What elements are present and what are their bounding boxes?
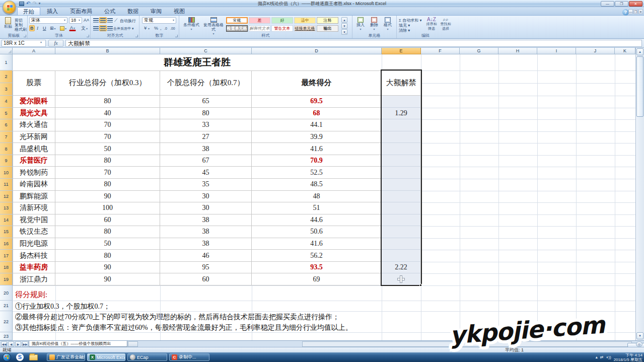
percent-icon[interactable]: % [153, 25, 159, 31]
cell-style-chip[interactable]: 警告文本 [271, 25, 293, 32]
table-cell[interactable]: 56.2 [252, 250, 382, 262]
increase-decimal-icon[interactable]: .0 [163, 25, 168, 31]
table-cell[interactable]: 1.29 [382, 108, 421, 120]
row-header-8[interactable]: 8 [0, 143, 13, 155]
table-cell[interactable]: 30 [160, 202, 252, 214]
table-cell[interactable]: 38 [160, 238, 252, 250]
table-cell[interactable] [382, 226, 421, 238]
corner-button-icon[interactable]: ◎ [636, 341, 642, 347]
vertical-scroll-thumb[interactable] [636, 56, 643, 117]
table-cell[interactable]: 35 [160, 179, 252, 191]
table-cell[interactable]: 80 [55, 96, 160, 108]
select-all-corner[interactable] [0, 48, 13, 54]
office-button[interactable] [3, 1, 16, 14]
accounting-format-icon[interactable]: ￥▾ [142, 25, 151, 31]
grow-font-icon[interactable]: A˄ [83, 17, 90, 23]
table-cell[interactable]: 晨光文具 [13, 108, 55, 120]
fill-color-icon[interactable]: ▾ [59, 25, 67, 31]
workbook-minimize-button[interactable]: — [628, 9, 633, 14]
table-cell[interactable]: 48.5 [252, 179, 382, 191]
row-header-10[interactable]: 10 [0, 167, 13, 179]
align-top-icon[interactable] [92, 17, 100, 23]
table-cell[interactable]: 晶盛机电 [13, 143, 55, 155]
row-header-13[interactable]: 13 [0, 202, 13, 214]
table-cell[interactable]: 69 [252, 273, 382, 285]
row-header-5[interactable]: 5 [0, 108, 13, 120]
table-cell[interactable] [382, 214, 421, 227]
row-header-6[interactable]: 6 [0, 119, 13, 131]
ribbon-tab[interactable]: 页面布局 [64, 7, 98, 15]
cell-style-chip[interactable]: 输出 [317, 25, 338, 32]
table-cell[interactable]: 爱尔眼科 [13, 96, 55, 108]
workbook-restore-button[interactable]: ❐ [633, 9, 638, 14]
ribbon-tab[interactable]: 数据 [122, 7, 144, 15]
start-button[interactable] [3, 353, 11, 361]
table-cell[interactable]: 益丰药房 [13, 262, 55, 274]
prev-sheet-icon[interactable]: ◀ [8, 341, 14, 347]
ribbon-tab[interactable]: 开始 [17, 7, 40, 15]
column-header-G[interactable]: G [460, 48, 498, 54]
table-cell[interactable]: 93.5 [252, 262, 382, 274]
table-cell[interactable]: 阳光电源 [13, 238, 55, 250]
tray-clock[interactable]: 下午 4:14 2018/1/5 星期五 [614, 353, 642, 362]
border-icon[interactable]: ⊞▾ [49, 25, 57, 31]
table-cell[interactable]: 80 [160, 108, 252, 120]
row-header-19[interactable]: 19 [0, 273, 13, 285]
table-cell[interactable]: 46 [160, 250, 252, 262]
table-cell[interactable]: 67 [160, 155, 252, 167]
font-color-icon[interactable]: A▾ [69, 25, 76, 31]
row-header-11[interactable]: 11 [0, 179, 13, 191]
table-cell[interactable]: 70 [55, 131, 160, 143]
row-header-16[interactable]: 16 [0, 238, 13, 250]
table-cell[interactable]: 48 [252, 191, 382, 203]
name-box-dropdown-icon[interactable]: ▾ [40, 40, 42, 44]
italic-button[interactable]: I [36, 25, 39, 31]
cell-style-chip[interactable]: 差 [249, 17, 270, 24]
table-cell[interactable]: 69.5 [252, 96, 382, 108]
table-cell[interactable]: 41.6 [252, 143, 382, 155]
table-cell[interactable]: 80 [55, 250, 160, 262]
column-header-F[interactable]: F [421, 48, 460, 54]
table-cell[interactable]: 90 [55, 262, 160, 274]
table-header-cell[interactable]: 行业总得分（加权0.3） [55, 70, 160, 96]
dialog-launcher-icon[interactable] [175, 35, 178, 37]
table-cell[interactable]: 视觉中国 [13, 214, 55, 227]
table-cell[interactable]: 30 [160, 191, 252, 203]
format-painter-button[interactable]: 格式刷 [15, 27, 27, 32]
next-sheet-icon[interactable]: ▶ [15, 341, 21, 347]
table-cell[interactable]: 60 [55, 214, 160, 227]
tray-expand-icon[interactable]: ▴ [596, 355, 598, 359]
table-cell[interactable]: 100 [55, 202, 160, 214]
column-header-D[interactable]: D [252, 48, 382, 54]
row-header-18[interactable]: 18 [0, 262, 13, 274]
row-header-1[interactable]: 1 [0, 54, 13, 70]
scroll-down-icon[interactable]: ▼ [636, 332, 643, 339]
fill-handle[interactable] [419, 284, 422, 286]
table-cell[interactable]: 鹏辉能源 [13, 191, 55, 203]
qat-dropdown-icon[interactable]: ▾ [39, 2, 41, 6]
column-header-E[interactable]: E [382, 48, 421, 54]
decrease-decimal-icon[interactable]: .00 [169, 25, 176, 31]
comma-icon[interactable]: , [159, 25, 163, 31]
ribbon-tab[interactable]: 视图 [168, 7, 190, 15]
table-cell[interactable] [382, 238, 421, 250]
table-cell[interactable]: 90 [55, 191, 160, 203]
volume-icon[interactable]: ◖)) [606, 355, 611, 359]
column-header-K[interactable]: K [615, 48, 635, 54]
table-cell[interactable]: 65 [160, 96, 252, 108]
conditional-formatting-button[interactable]: 条件格式▾ [182, 17, 201, 32]
merge-center-button[interactable]: 合并后居中 ▾ [113, 26, 133, 31]
table-cell[interactable]: 41.6 [252, 238, 382, 250]
table-cell[interactable]: 70 [55, 119, 160, 131]
table-cell[interactable]: 光环新网 [13, 131, 55, 143]
cell-style-chip[interactable]: 检查单元格 [226, 25, 248, 32]
align-middle-icon[interactable] [99, 17, 107, 23]
row-header-14[interactable]: 14 [0, 214, 13, 227]
table-cell[interactable]: 38 [160, 226, 252, 238]
table-cell[interactable] [382, 191, 421, 203]
row-header-15[interactable]: 15 [0, 226, 13, 238]
table-cell[interactable] [382, 250, 421, 262]
ribbon-tab[interactable]: 审阅 [145, 7, 167, 15]
minimize-button[interactable]: — [601, 1, 614, 7]
cell-style-chip[interactable]: 链接单元格 [294, 25, 316, 32]
